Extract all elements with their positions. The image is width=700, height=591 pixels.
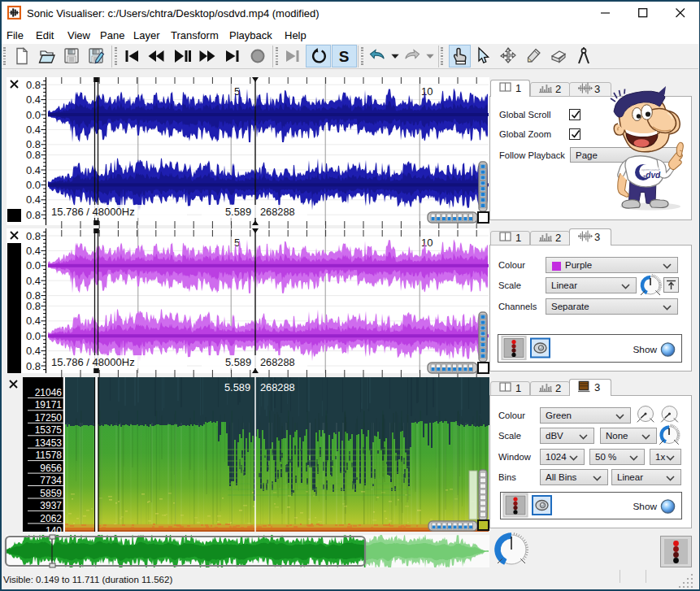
- svg-text:7734: 7734: [40, 475, 62, 486]
- svg-text:268288: 268288: [260, 356, 295, 368]
- svg-text:10: 10: [421, 237, 433, 249]
- svg-text:5.589: 5.589: [225, 206, 251, 218]
- svg-text:Show: Show: [633, 344, 657, 355]
- svg-text:0.8: 0.8: [26, 300, 41, 312]
- svg-text:5.589: 5.589: [224, 381, 250, 393]
- svg-text:Show: Show: [633, 501, 657, 512]
- svg-text:9656: 9656: [40, 463, 62, 474]
- svg-text:0.4: 0.4: [26, 315, 41, 327]
- svg-text:17250: 17250: [35, 412, 63, 424]
- svg-text:15375: 15375: [35, 424, 63, 436]
- svg-text:2062: 2062: [40, 513, 62, 524]
- svg-text:5.589: 5.589: [225, 356, 251, 368]
- svg-text:0.0: 0.0: [26, 179, 41, 191]
- svg-text:13453: 13453: [35, 437, 63, 449]
- svg-text:0.4: 0.4: [26, 93, 41, 106]
- svg-text:21046: 21046: [35, 387, 63, 398]
- svg-text:0.8: 0.8: [26, 230, 41, 242]
- svg-text:268288: 268288: [260, 206, 295, 218]
- svg-text:19171: 19171: [35, 399, 63, 411]
- svg-text:0.8: 0.8: [26, 360, 41, 372]
- svg-text:0.8: 0.8: [26, 209, 41, 221]
- svg-text:0.0: 0.0: [26, 109, 41, 121]
- svg-text:15.786 / 48000Hz: 15.786 / 48000Hz: [51, 206, 135, 218]
- svg-text:10: 10: [421, 85, 433, 98]
- svg-text:0.4: 0.4: [26, 345, 41, 357]
- svg-text:0.4: 0.4: [26, 124, 41, 136]
- svg-text:15.786 / 48000Hz: 15.786 / 48000Hz: [51, 356, 135, 368]
- svg-text:0.4: 0.4: [26, 164, 41, 176]
- svg-text:-dvd: -dvd: [643, 171, 661, 180]
- svg-text:3937: 3937: [40, 500, 62, 511]
- svg-text:268288: 268288: [260, 381, 295, 393]
- svg-text:0.4: 0.4: [26, 245, 41, 257]
- svg-text:0.8: 0.8: [26, 79, 41, 91]
- svg-text:0.4: 0.4: [26, 275, 41, 287]
- svg-text:5859: 5859: [40, 488, 62, 499]
- svg-text:11578: 11578: [36, 450, 63, 461]
- svg-text:0.4: 0.4: [26, 193, 41, 206]
- svg-text:0.0: 0.0: [26, 259, 41, 272]
- svg-text:0.0: 0.0: [26, 330, 41, 342]
- svg-text:0.8: 0.8: [26, 149, 41, 161]
